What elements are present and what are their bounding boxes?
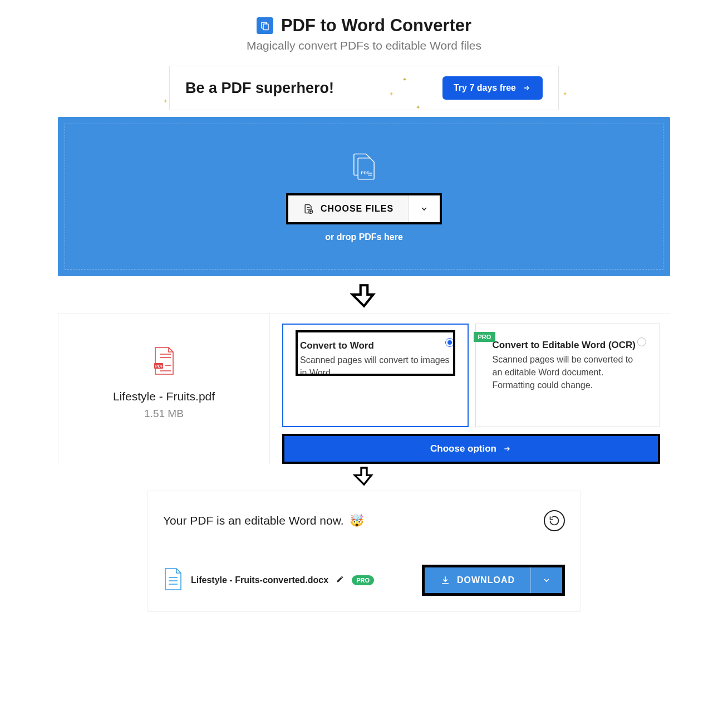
result-filename: Lifestyle - Fruits-converted.docx bbox=[191, 575, 328, 585]
option-convert-to-word[interactable]: Convert to Word Scanned pages will conve… bbox=[282, 324, 469, 427]
promo-title: Be a PDF superhero! bbox=[185, 80, 334, 97]
pro-pill: PRO bbox=[352, 575, 374, 585]
download-label: DOWNLOAD bbox=[457, 575, 515, 585]
exploding-head-emoji: 🤯 bbox=[350, 514, 364, 527]
option-a-desc: Scanned pages will convert to images in … bbox=[300, 354, 451, 379]
result-message: Your PDF is an editable Word now. bbox=[163, 514, 344, 527]
option-b-title: Convert to Editable Word (OCR) bbox=[493, 340, 643, 351]
pdf-word-icon bbox=[257, 17, 273, 34]
arrow-down-icon bbox=[350, 282, 378, 310]
arrow-right-icon bbox=[522, 84, 532, 92]
retry-button[interactable] bbox=[544, 510, 565, 531]
try-free-label: Try 7 days free bbox=[454, 83, 516, 93]
radio-unselected-icon bbox=[637, 337, 646, 346]
option-a-title: Convert to Word bbox=[300, 340, 451, 351]
flow-arrow-2 bbox=[58, 464, 670, 491]
file-stack-icon: PDF bbox=[348, 151, 380, 185]
choose-option-label: Choose option bbox=[430, 443, 496, 454]
choose-files-label: CHOOSE FILES bbox=[321, 204, 393, 214]
pro-badge: PRO bbox=[474, 332, 496, 342]
svg-text:PDF: PDF bbox=[155, 364, 164, 368]
flow-arrow-1 bbox=[58, 276, 670, 313]
option-b-desc: Scanned pages will be converted to an ed… bbox=[493, 353, 643, 392]
uploaded-file-size: 1.51 MB bbox=[144, 408, 184, 420]
result-panel: Your PDF is an editable Word now. 🤯 Life… bbox=[147, 491, 581, 612]
page-subtitle: Magically convert PDFs to editable Word … bbox=[58, 39, 670, 52]
file-plus-icon bbox=[303, 203, 314, 214]
choose-files-group: CHOOSE FILES bbox=[286, 193, 442, 224]
arrow-down-icon bbox=[353, 465, 375, 487]
download-icon bbox=[440, 575, 450, 585]
choose-files-button[interactable]: CHOOSE FILES bbox=[288, 195, 408, 222]
conversion-stage: PDF Lifestyle - Fruits.pdf 1.51 MB Conve… bbox=[58, 313, 670, 464]
svg-rect-1 bbox=[263, 24, 268, 30]
uploaded-file-panel: PDF Lifestyle - Fruits.pdf 1.51 MB bbox=[58, 314, 270, 464]
chevron-down-icon bbox=[542, 576, 551, 585]
dropzone-hint: or drop PDFs here bbox=[325, 232, 403, 242]
page-header: PDF to Word Converter Magically convert … bbox=[58, 16, 670, 52]
try-free-button[interactable]: Try 7 days free bbox=[442, 76, 543, 100]
choose-files-dropdown[interactable] bbox=[408, 195, 440, 222]
chevron-down-icon bbox=[420, 204, 429, 213]
radio-selected-icon bbox=[445, 338, 454, 347]
edit-filename-button[interactable] bbox=[336, 575, 344, 585]
page-title: PDF to Word Converter bbox=[281, 16, 471, 36]
arrow-right-icon bbox=[502, 445, 512, 453]
download-button[interactable]: DOWNLOAD bbox=[425, 567, 530, 593]
download-dropdown[interactable] bbox=[530, 567, 562, 593]
download-group: DOWNLOAD bbox=[422, 565, 565, 596]
refresh-icon bbox=[549, 515, 560, 526]
doc-file-icon bbox=[163, 567, 183, 593]
choose-option-button[interactable]: Choose option bbox=[284, 436, 658, 462]
pdf-file-icon: PDF bbox=[152, 346, 176, 378]
promo-banner: ✦ ✦ ✦ ✦ ✦ Be a PDF superhero! Try 7 days… bbox=[169, 66, 559, 110]
upload-dropzone[interactable]: PDF CHOOSE FILES or drop PDFs here bbox=[58, 117, 670, 276]
pencil-icon bbox=[336, 575, 344, 583]
option-convert-ocr[interactable]: PRO Convert to Editable Word (OCR) Scann… bbox=[475, 324, 661, 427]
uploaded-file-name: Lifestyle - Fruits.pdf bbox=[113, 390, 215, 403]
